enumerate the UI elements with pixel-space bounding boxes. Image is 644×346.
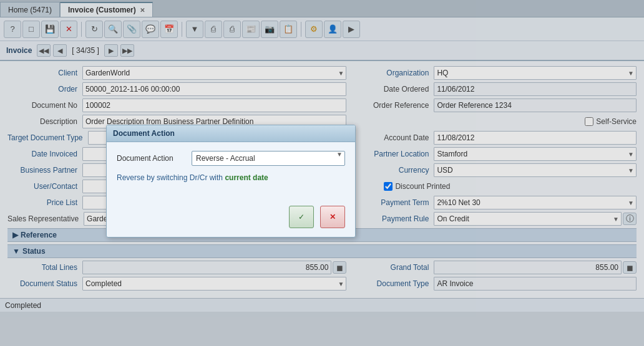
dialog-description: Reverse by switching Dr/Cr with current … bbox=[117, 173, 345, 182]
dialog-action-row: Document Action Reverse - Accrual Revers… bbox=[117, 151, 345, 166]
dialog-cancel-button[interactable]: ✕ bbox=[320, 206, 345, 228]
dialog-title: Document Action bbox=[107, 125, 355, 142]
dialog-description-highlight: current date bbox=[225, 173, 268, 182]
ok-checkmark-icon: ✓ bbox=[298, 213, 305, 221]
dialog-ok-button[interactable]: ✓ bbox=[289, 206, 314, 228]
dialog-body: Document Action Reverse - Accrual Revers… bbox=[107, 142, 355, 201]
cancel-x-icon: ✕ bbox=[329, 213, 336, 221]
dialog-buttons: ✓ ✕ bbox=[107, 201, 355, 237]
dialog-select-wrap: Reverse - Accrual Reverse - Correct Tax … bbox=[192, 151, 345, 166]
document-action-dialog: Document Action Document Action Reverse … bbox=[106, 125, 356, 238]
dialog-action-select[interactable]: Reverse - Accrual Reverse - Correct Tax … bbox=[192, 151, 345, 166]
dialog-overlay: Document Action Document Action Reverse … bbox=[0, 0, 644, 346]
dialog-action-label: Document Action bbox=[117, 154, 192, 163]
